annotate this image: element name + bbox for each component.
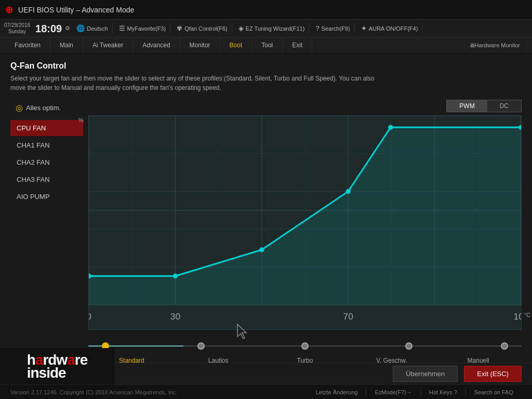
svg-marker-32 bbox=[237, 324, 246, 339]
day-label: Sunday bbox=[8, 29, 26, 35]
top-bar: ⊕ UEFI BIOS Utility – Advanced Mode bbox=[0, 0, 532, 20]
nav-hw-monitor[interactable]: 🖥 Hardware Monitor bbox=[463, 37, 527, 54]
svg-point-22 bbox=[345, 189, 350, 194]
aura-btn[interactable]: ✦ AURA ON/OFF(F4) bbox=[357, 23, 423, 34]
date-label: 07/29/2018 bbox=[4, 22, 30, 29]
cursor-icon bbox=[236, 323, 251, 340]
chart-svg: 100 50 0 0 30 70 100 bbox=[89, 116, 521, 329]
label-manuell: Manuell bbox=[435, 357, 522, 364]
footer-search-faq[interactable]: Search on FAQ bbox=[466, 389, 522, 395]
x-axis-label: °C bbox=[524, 312, 530, 318]
slider-dot-manuell[interactable] bbox=[501, 342, 508, 350]
svg-text:30: 30 bbox=[170, 311, 180, 322]
footer-ez-mode[interactable]: EzMode(F7)→ bbox=[366, 389, 421, 395]
globe-icon: 🌐 bbox=[76, 24, 85, 32]
cursor-indicator bbox=[236, 323, 251, 343]
footer-version: Version 2.17.1246. Copyright (C) 2018 Am… bbox=[10, 389, 178, 395]
datetime-display: 07/29/2018 Sunday bbox=[4, 22, 30, 35]
fan-icon: ✾ bbox=[177, 24, 182, 32]
mode-toggle: PWM DC bbox=[446, 100, 522, 112]
label-vgeschw: V. Geschw. bbox=[348, 357, 435, 364]
content-area: ◎ Alles optim. CPU FAN CHA1 FAN CHA2 FAN… bbox=[10, 100, 522, 366]
watermark-line2: inside bbox=[27, 366, 88, 379]
label-turbo: Turbo bbox=[262, 357, 349, 364]
page-description: Select your target fan and then move the… bbox=[10, 74, 384, 92]
nav-exit[interactable]: Exit bbox=[283, 37, 312, 54]
second-bar: 07/29/2018 Sunday 18:09 ⚙ 🌐 Deutsch ☰ My… bbox=[0, 20, 532, 37]
watermark: hardware inside bbox=[0, 348, 114, 384]
svg-point-20 bbox=[173, 274, 178, 278]
fan-cha2[interactable]: CHA2 FAN bbox=[10, 154, 83, 170]
fan-cha1[interactable]: CHA1 FAN bbox=[10, 137, 83, 153]
nav-boot[interactable]: Boot bbox=[220, 37, 252, 54]
svg-point-21 bbox=[259, 247, 264, 252]
monitor-icon: 🖥 bbox=[469, 42, 475, 48]
optim-button[interactable]: ◎ Alles optim. bbox=[10, 100, 83, 116]
search-btn[interactable]: ? Search(F9) bbox=[311, 23, 354, 34]
footer-last-change[interactable]: Letzte Änderung bbox=[308, 389, 367, 395]
fan-aio[interactable]: AIO PUMP bbox=[10, 189, 83, 205]
footer: Version 2.17.1246. Copyright (C) 2018 Am… bbox=[0, 384, 532, 399]
right-panel: PWM DC % °C bbox=[83, 100, 522, 366]
fan-cpu[interactable]: CPU FAN bbox=[10, 120, 83, 136]
search-icon: ? bbox=[315, 24, 319, 32]
nav-aitweaker[interactable]: Ai Tweaker bbox=[83, 37, 133, 54]
bios-title: UEFI BIOS Utility – Advanced Mode bbox=[18, 6, 134, 14]
deutsch-btn[interactable]: 🌐 Deutsch bbox=[72, 23, 112, 34]
star-icon: ☰ bbox=[119, 24, 125, 32]
apply-button[interactable]: Übernehmen bbox=[393, 366, 458, 382]
watermark-text: hardware inside bbox=[27, 353, 88, 379]
mode-dc-btn[interactable]: DC bbox=[487, 100, 521, 112]
nav-bar: Favoriten Main Ai Tweaker Advanced Monit… bbox=[0, 37, 532, 54]
qfan-btn[interactable]: ✾ Qfan Control(F6) bbox=[172, 23, 232, 34]
slider-dot-turbo[interactable] bbox=[301, 342, 309, 350]
slider-dot-vgeschw[interactable] bbox=[405, 342, 413, 350]
mode-pwm-btn[interactable]: PWM bbox=[447, 100, 487, 112]
optim-icon: ◎ bbox=[16, 103, 23, 113]
eztuning-btn[interactable]: ◈ EZ Tuning Wizard(F11) bbox=[234, 23, 310, 34]
nav-favoriten[interactable]: Favoriten bbox=[5, 37, 50, 54]
svg-text:70: 70 bbox=[343, 311, 353, 322]
footer-hot-keys[interactable]: Hot Keys ? bbox=[421, 389, 466, 395]
slider-labels: Standard Lautlos Turbo V. Geschw. Manuel… bbox=[88, 357, 522, 364]
rog-logo: ⊕ bbox=[5, 4, 13, 16]
profile-slider-section: Standard Lautlos Turbo V. Geschw. Manuel… bbox=[88, 338, 522, 366]
myfavorite-btn[interactable]: ☰ MyFavorite(F3) bbox=[115, 23, 171, 34]
svg-text:100: 100 bbox=[514, 311, 521, 322]
aura-icon: ✦ bbox=[361, 24, 367, 32]
tune-icon: ◈ bbox=[238, 24, 244, 32]
fan-cha3[interactable]: CHA3 FAN bbox=[10, 171, 83, 188]
left-panel: ◎ Alles optim. CPU FAN CHA1 FAN CHA2 FAN… bbox=[10, 100, 83, 366]
y-axis-label: % bbox=[78, 117, 84, 123]
main-content: Q-Fan Control Select your target fan and… bbox=[0, 54, 532, 363]
slider-track-container bbox=[88, 338, 522, 354]
page-title: Q-Fan Control bbox=[10, 61, 522, 71]
svg-point-23 bbox=[388, 125, 393, 129]
svg-text:0: 0 bbox=[89, 311, 91, 322]
fan-chart: % °C bbox=[88, 115, 522, 330]
nav-main[interactable]: Main bbox=[50, 37, 83, 54]
time-display: 18:09 bbox=[35, 23, 62, 34]
label-lautlos: Lautlos bbox=[175, 357, 262, 364]
nav-tool[interactable]: Tool bbox=[252, 37, 283, 54]
settings-icon[interactable]: ⚙ bbox=[65, 25, 70, 32]
nav-advanced[interactable]: Advanced bbox=[133, 37, 180, 54]
slider-dot-lautlos[interactable] bbox=[197, 342, 205, 350]
exit-button[interactable]: Exit (ESC) bbox=[464, 366, 522, 382]
footer-links: Letzte Änderung EzMode(F7)→ Hot Keys ? S… bbox=[308, 389, 522, 395]
nav-monitor[interactable]: Monitor bbox=[180, 37, 220, 54]
